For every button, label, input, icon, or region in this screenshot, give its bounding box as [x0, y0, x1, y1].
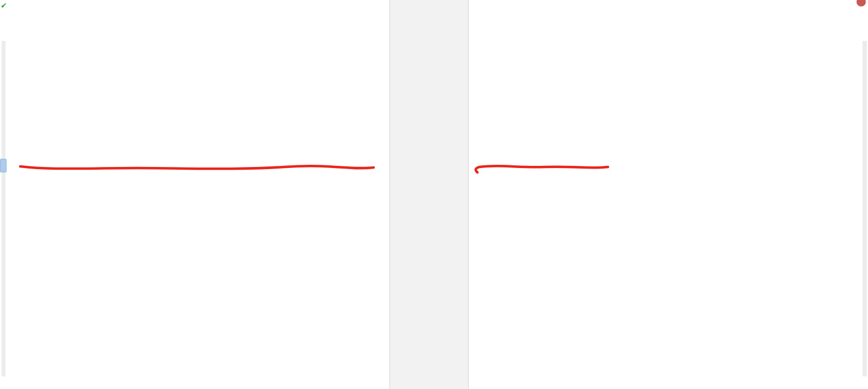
check-icon: ✔	[1, 1, 7, 10]
diff-pane-old[interactable]	[8, 0, 389, 389]
diff-viewer: ✔	[0, 0, 868, 389]
left-change-chunk-marker[interactable]	[0, 159, 7, 172]
diff-gutter	[389, 0, 469, 389]
left-change-marker-strip: ✔	[0, 0, 8, 389]
diff-pane-new[interactable]	[469, 0, 868, 389]
right-scrollbar-track[interactable]	[863, 41, 867, 376]
left-scrollbar-track[interactable]	[2, 41, 5, 376]
